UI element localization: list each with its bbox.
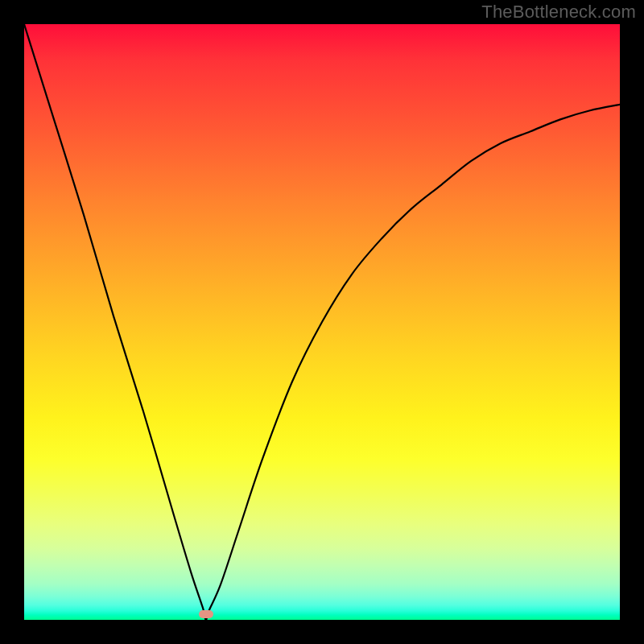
chart-frame: TheBottleneck.com <box>0 0 644 644</box>
bottleneck-curve <box>24 24 620 620</box>
plot-area <box>24 24 620 620</box>
watermark-text: TheBottleneck.com <box>481 2 636 23</box>
minimum-marker <box>199 610 213 618</box>
